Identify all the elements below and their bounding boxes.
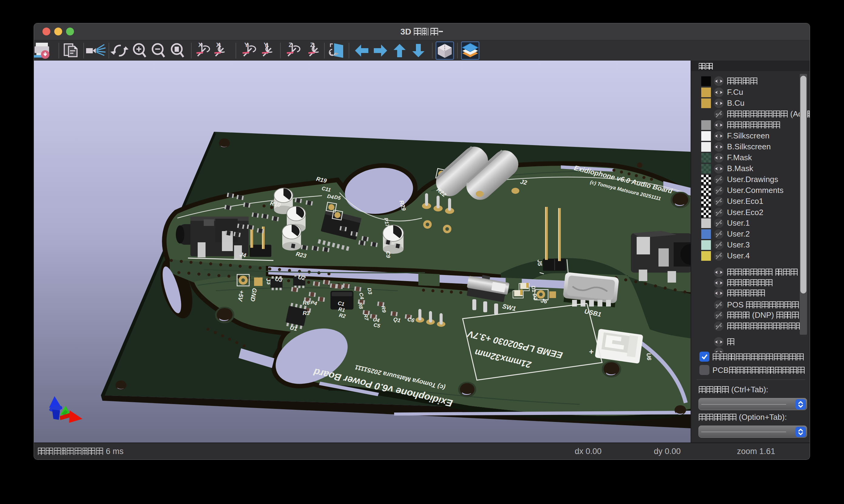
svg-text:+: + <box>589 347 593 356</box>
svg-text:Z: Z <box>289 41 292 48</box>
svg-text:C4: C4 <box>358 292 365 300</box>
svg-text:R8: R8 <box>357 302 364 309</box>
svg-text:C9: C9 <box>385 251 391 258</box>
svg-text:D3: D3 <box>366 287 373 295</box>
svg-text:J2: J2 <box>520 178 528 186</box>
svg-text:X: X <box>198 41 203 48</box>
svg-text:U6: U6 <box>645 353 652 360</box>
svg-text:R6: R6 <box>303 300 310 306</box>
svg-text:J5: J5 <box>536 259 543 266</box>
svg-text:R3: R3 <box>303 310 310 316</box>
svg-text:Y: Y <box>244 41 248 48</box>
svg-text:R9: R9 <box>380 306 387 313</box>
